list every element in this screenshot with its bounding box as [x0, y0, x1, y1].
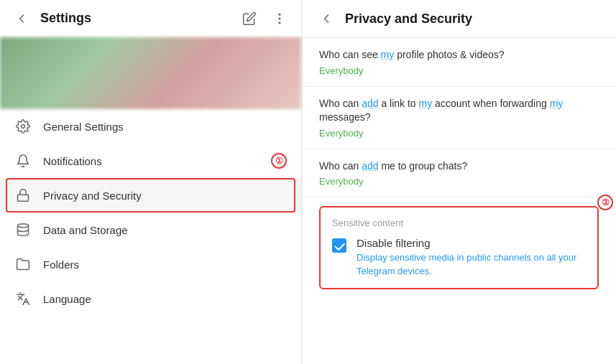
- folders-label: Folders: [43, 258, 287, 271]
- lock-icon: [14, 187, 32, 204]
- page-title: Settings: [40, 11, 91, 26]
- back-button[interactable]: [12, 9, 32, 29]
- disable-filtering-checkbox[interactable]: [332, 238, 346, 253]
- sensitive-section-title: Sensitive content: [332, 218, 586, 228]
- privacy-answer-1: Everybody: [319, 65, 599, 76]
- sidebar-item-general[interactable]: General Settings: [0, 109, 301, 144]
- general-settings-label: General Settings: [43, 121, 287, 133]
- svg-point-1: [279, 18, 280, 19]
- data-storage-label: Data and Storage: [43, 224, 287, 236]
- right-header: Privacy and Security: [302, 0, 616, 38]
- left-header-left: Settings: [12, 9, 91, 29]
- privacy-question-2: Who can add a link to my account when fo…: [319, 97, 599, 125]
- privacy-question-3: Who can add me to group chats?: [319, 159, 599, 174]
- right-back-button[interactable]: [316, 9, 336, 29]
- svg-point-3: [22, 125, 25, 129]
- privacy-answer-2: Everybody: [319, 128, 599, 139]
- privacy-label: Privacy and Security: [43, 190, 287, 202]
- database-icon: [14, 221, 32, 238]
- sensitive-text: Disable filtering Display sensitive medi…: [357, 237, 586, 277]
- disable-filtering-desc: Display sensitive media in public channe…: [357, 251, 586, 277]
- sensitive-content-section: Sensitive content Disable filtering Disp…: [319, 206, 599, 289]
- svg-point-2: [279, 22, 280, 24]
- profile-banner: [0, 37, 301, 109]
- right-content: Who can see my profile photos & videos? …: [302, 38, 616, 364]
- bell-icon: [14, 152, 32, 169]
- privacy-answer-3: Everybody: [319, 176, 599, 187]
- left-panel: Settings General Settings Notificatio: [0, 0, 302, 364]
- annotation-badge-2: ②: [597, 195, 613, 210]
- notifications-label: Notifications: [43, 155, 259, 167]
- header-icons: [239, 9, 290, 29]
- sidebar-item-notifications[interactable]: Notifications ①: [0, 144, 301, 178]
- sidebar-item-folders[interactable]: Folders: [0, 247, 301, 281]
- disable-filtering-title: Disable filtering: [357, 237, 586, 249]
- sidebar-item-data[interactable]: Data and Storage: [0, 213, 301, 247]
- notifications-badge: ①: [271, 153, 287, 169]
- privacy-question-1: Who can see my profile photos & videos?: [319, 48, 599, 62]
- menu-list: General Settings Notifications ① Privacy…: [0, 109, 301, 364]
- translate-icon: [14, 290, 32, 307]
- privacy-item-forwarding[interactable]: Who can add a link to my account when fo…: [302, 87, 616, 149]
- svg-rect-4: [18, 195, 29, 201]
- language-label: Language: [43, 293, 287, 305]
- checkbox-checked[interactable]: [332, 238, 346, 253]
- more-button[interactable]: [270, 9, 290, 29]
- gear-icon: [14, 118, 32, 135]
- sidebar-item-language[interactable]: Language: [0, 281, 301, 316]
- privacy-item-groups[interactable]: Who can add me to group chats? Everybody: [302, 149, 616, 198]
- sidebar-item-privacy[interactable]: Privacy and Security: [0, 178, 301, 213]
- sensitive-item: Disable filtering Display sensitive medi…: [332, 237, 586, 277]
- right-page-title: Privacy and Security: [345, 11, 472, 27]
- svg-point-0: [279, 14, 280, 15]
- edit-button[interactable]: [239, 9, 259, 29]
- right-panel: Privacy and Security Who can see my prof…: [302, 0, 616, 364]
- privacy-item-photos[interactable]: Who can see my profile photos & videos? …: [302, 38, 616, 87]
- folder-icon: [14, 256, 32, 273]
- svg-point-5: [18, 224, 29, 228]
- left-header: Settings: [0, 0, 301, 37]
